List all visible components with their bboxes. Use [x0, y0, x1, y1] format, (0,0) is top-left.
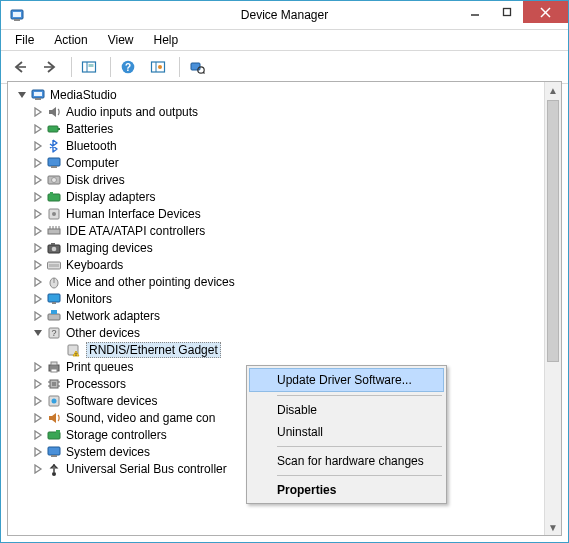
context-separator: [277, 395, 442, 396]
svg-line-17: [203, 72, 205, 74]
menu-help[interactable]: Help: [144, 30, 189, 50]
expand-icon[interactable]: [32, 310, 44, 322]
svg-rect-23: [48, 158, 60, 166]
monitor-icon: [46, 291, 62, 307]
expand-icon[interactable]: [32, 276, 44, 288]
expand-icon[interactable]: [32, 106, 44, 118]
expand-icon[interactable]: [32, 412, 44, 424]
tree-category-keyboards[interactable]: Keyboards: [10, 256, 561, 273]
expand-icon[interactable]: [32, 259, 44, 271]
context-scan[interactable]: Scan for hardware changes: [249, 450, 444, 472]
expand-icon[interactable]: [32, 293, 44, 305]
expand-icon[interactable]: [32, 395, 44, 407]
scroll-up-icon[interactable]: ▲: [545, 82, 561, 98]
tree-category-display[interactable]: Display adapters: [10, 188, 561, 205]
hid-icon: [46, 206, 62, 222]
svg-rect-2: [14, 19, 20, 21]
expand-icon[interactable]: [32, 140, 44, 152]
battery-icon: [46, 121, 62, 137]
tree-label: IDE ATA/ATAPI controllers: [66, 224, 205, 238]
context-properties[interactable]: Properties: [249, 479, 444, 501]
scroll-down-icon[interactable]: ▼: [545, 519, 561, 535]
tree-category-disk[interactable]: Disk drives: [10, 171, 561, 188]
tree-label: Bluetooth: [66, 139, 117, 153]
toolbar-separator: [71, 57, 72, 77]
ide-icon: [46, 223, 62, 239]
tree-category-network[interactable]: Network adapters: [10, 307, 561, 324]
expand-icon[interactable]: [32, 378, 44, 390]
tree-category-bluetooth[interactable]: Bluetooth: [10, 137, 561, 154]
tree-label: Keyboards: [66, 258, 123, 272]
speaker-icon: [46, 104, 62, 120]
properties-button[interactable]: [145, 54, 171, 80]
scan-hardware-button[interactable]: [184, 54, 210, 80]
tree-label: Imaging devices: [66, 241, 153, 255]
tree-label: Human Interface Devices: [66, 207, 201, 221]
expand-icon[interactable]: [32, 446, 44, 458]
printer-icon: [46, 359, 62, 375]
tree-label: RNDIS/Ethernet Gadget: [86, 342, 221, 358]
svg-rect-4: [504, 9, 511, 16]
tree-category-hid[interactable]: Human Interface Devices: [10, 205, 561, 222]
expand-icon[interactable]: [32, 463, 44, 475]
expand-icon[interactable]: [32, 361, 44, 373]
expand-icon[interactable]: [32, 242, 44, 254]
minimize-button[interactable]: [459, 1, 491, 23]
tree-label: Disk drives: [66, 173, 125, 187]
back-button[interactable]: [7, 54, 33, 80]
computer-icon: [46, 155, 62, 171]
software-icon: [46, 393, 62, 409]
tree-label: Sound, video and game con: [66, 411, 215, 425]
svg-rect-46: [48, 314, 60, 320]
menu-view[interactable]: View: [98, 30, 144, 50]
tree-label: MediaStudio: [50, 88, 117, 102]
device-manager-window: Device Manager File Action View Help: [0, 0, 569, 543]
vertical-scrollbar[interactable]: ▲ ▼: [544, 82, 561, 535]
tree-category-monitors[interactable]: Monitors: [10, 290, 561, 307]
menu-file[interactable]: File: [5, 30, 44, 50]
svg-text:?: ?: [125, 62, 131, 73]
expand-icon[interactable]: [32, 174, 44, 186]
tree-label: Display adapters: [66, 190, 155, 204]
tree-label: Batteries: [66, 122, 113, 136]
close-button[interactable]: [523, 1, 568, 23]
expand-icon[interactable]: [32, 208, 44, 220]
tree-category-batteries[interactable]: Batteries: [10, 120, 561, 137]
help-button[interactable]: ?: [115, 54, 141, 80]
tree-category-other-devices[interactable]: ? Other devices: [10, 324, 561, 341]
tree-category-imaging[interactable]: Imaging devices: [10, 239, 561, 256]
expand-icon[interactable]: [32, 429, 44, 441]
svg-rect-20: [35, 98, 41, 100]
tree-category-mice[interactable]: Mice and other pointing devices: [10, 273, 561, 290]
forward-button[interactable]: [37, 54, 63, 80]
app-icon: [9, 7, 25, 23]
tree-category-audio[interactable]: Audio inputs and outputs: [10, 103, 561, 120]
scroll-thumb[interactable]: [547, 100, 559, 362]
svg-rect-66: [48, 447, 60, 455]
show-hidden-button[interactable]: [76, 54, 102, 80]
expand-icon[interactable]: [32, 123, 44, 135]
context-menu: Update Driver Software... Disable Uninst…: [246, 365, 447, 504]
context-update-driver[interactable]: Update Driver Software...: [249, 368, 444, 392]
context-disable[interactable]: Disable: [249, 399, 444, 421]
tree-category-ide[interactable]: IDE ATA/ATAPI controllers: [10, 222, 561, 239]
tree-root[interactable]: MediaStudio: [10, 86, 561, 103]
tree-label: Processors: [66, 377, 126, 391]
svg-point-30: [52, 212, 56, 216]
svg-point-37: [52, 246, 57, 251]
expand-icon[interactable]: [32, 191, 44, 203]
context-uninstall[interactable]: Uninstall: [249, 421, 444, 443]
expand-icon[interactable]: [32, 157, 44, 169]
other-devices-icon: ?: [46, 325, 62, 341]
menu-action[interactable]: Action: [44, 30, 97, 50]
collapse-icon[interactable]: [32, 327, 44, 339]
expand-icon[interactable]: [32, 225, 44, 237]
collapse-icon[interactable]: [16, 89, 28, 101]
svg-rect-9: [89, 64, 94, 67]
tree-category-computer[interactable]: Computer: [10, 154, 561, 171]
maximize-button[interactable]: [491, 1, 523, 23]
svg-rect-31: [48, 229, 60, 234]
tree-item-rndis-gadget[interactable]: RNDIS/Ethernet Gadget: [10, 341, 561, 358]
title-bar: Device Manager: [1, 1, 568, 30]
svg-point-26: [52, 177, 57, 182]
